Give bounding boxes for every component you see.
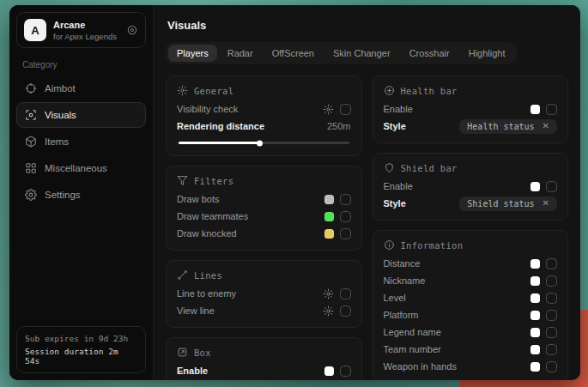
session-duration-text: Session duration 2m 54s — [25, 347, 137, 366]
color-swatch[interactable] — [530, 276, 540, 286]
checkbox[interactable] — [546, 327, 557, 338]
sidebar-item-label: Aimbot — [45, 83, 76, 94]
card-lines: Lines Line to enemy View line — [166, 260, 362, 328]
sub-expiry-text: Sub expires in 9d 23h — [25, 334, 137, 343]
color-swatch[interactable] — [530, 259, 540, 269]
setting-row-draw-teammates: Draw teammates — [177, 208, 351, 225]
card-box: Box Enable Enable background — [166, 337, 362, 380]
setting-row-platform: Platform — [384, 306, 558, 324]
color-swatch[interactable] — [530, 105, 540, 114]
app-subtitle: for Apex Legends — [53, 32, 119, 41]
color-swatch[interactable] — [530, 362, 540, 372]
setting-row-box-background: Enable background — [177, 379, 351, 380]
checkbox[interactable] — [546, 310, 557, 321]
card-information: Information Distance Nickname — [373, 230, 569, 380]
checkbox[interactable] — [340, 104, 351, 115]
gear-icon — [177, 85, 188, 96]
color-swatch[interactable] — [324, 366, 334, 376]
line-icon — [177, 269, 188, 281]
sidebar-item-label: Items — [45, 136, 69, 147]
setting-row-shield-style: Style Shield status ✕ — [384, 195, 558, 212]
setting-row-weapon-in-hands: Weapon in hands — [384, 358, 558, 375]
checkbox[interactable] — [340, 228, 351, 239]
color-swatch[interactable] — [530, 293, 540, 303]
tab-crosshair[interactable]: Crosshair — [401, 45, 458, 62]
tab-offscreen[interactable]: OffScreen — [264, 45, 323, 62]
checkbox[interactable] — [546, 344, 557, 355]
card-title: Lines — [194, 270, 222, 281]
target-icon[interactable] — [126, 24, 138, 36]
category-label: Category — [22, 60, 140, 70]
gear-icon[interactable] — [323, 305, 334, 317]
color-swatch[interactable] — [324, 195, 334, 204]
setting-row-legend-name: Legend name — [384, 324, 558, 341]
card-health-bar: Health bar Enable Style Health status — [373, 76, 569, 143]
checkbox[interactable] — [546, 181, 557, 192]
app-logo-letter: A — [31, 24, 39, 37]
setting-row-distance: Distance — [384, 255, 558, 272]
tab-highlight[interactable]: Highlight — [460, 45, 514, 62]
setting-row-nickname: Nickname — [384, 272, 558, 289]
slider-fill — [179, 142, 260, 144]
checkbox[interactable] — [340, 194, 351, 205]
sidebar-item-aimbot[interactable]: Aimbot — [16, 76, 146, 101]
checkbox[interactable] — [340, 211, 351, 222]
color-swatch[interactable] — [324, 229, 334, 239]
sidebar: A Arcane for Apex Legends Category Aimbo… — [9, 5, 154, 380]
card-box-header: Box — [177, 347, 351, 358]
app-meta: Arcane for Apex Legends — [53, 20, 119, 41]
funnel-icon — [177, 175, 188, 186]
slider-value: 250m — [327, 121, 351, 131]
shield-icon — [384, 162, 395, 173]
setting-row-rendering-distance: Rendering distance 250m — [177, 118, 351, 135]
checkbox[interactable] — [546, 258, 557, 269]
gear-icon[interactable] — [323, 288, 334, 299]
sidebar-nav: Aimbot Visuals Items Miscellaneous — [16, 75, 146, 209]
close-icon[interactable]: ✕ — [543, 199, 549, 208]
checkbox[interactable] — [546, 104, 557, 115]
card-shield-bar: Shield bar Enable Style Shield status — [373, 153, 569, 221]
checkbox[interactable] — [546, 275, 557, 287]
app-window: A Arcane for Apex Legends Category Aimbo… — [9, 5, 580, 380]
app-name: Arcane — [53, 20, 119, 30]
setting-row-shield-enable: Enable — [384, 178, 558, 195]
setting-row-view-line: View line — [177, 302, 351, 319]
card-title: General — [194, 86, 233, 96]
sidebar-item-miscellaneous[interactable]: Miscellaneous — [16, 155, 146, 181]
checkbox[interactable] — [546, 361, 557, 372]
health-style-select[interactable]: Health status ✕ — [459, 119, 557, 134]
checkbox[interactable] — [340, 305, 351, 317]
sidebar-item-visuals[interactable]: Visuals — [16, 102, 146, 128]
eye-scan-icon — [25, 109, 37, 121]
color-swatch[interactable] — [530, 345, 540, 354]
color-swatch[interactable] — [530, 182, 540, 191]
subscription-card: Sub expires in 9d 23h Session duration 2… — [16, 326, 146, 373]
checkbox[interactable] — [546, 293, 557, 304]
sidebar-item-settings[interactable]: Settings — [16, 182, 146, 208]
card-lines-header: Lines — [177, 269, 351, 281]
app-header-card[interactable]: A Arcane for Apex Legends — [16, 12, 146, 48]
shield-style-select[interactable]: Shield status ✕ — [459, 197, 557, 211]
setting-row-box-enable: Enable — [177, 362, 351, 379]
checkbox[interactable] — [340, 288, 351, 299]
card-general: General Visibility check Rendering dista… — [166, 76, 362, 156]
card-title: Filters — [194, 176, 233, 186]
card-general-header: General — [177, 85, 351, 96]
gear-icon[interactable] — [323, 104, 334, 115]
tab-radar[interactable]: Radar — [219, 45, 262, 62]
card-health-bar-header: Health bar — [384, 85, 558, 96]
tab-skin-changer[interactable]: Skin Changer — [324, 45, 399, 62]
color-swatch[interactable] — [324, 212, 334, 221]
tab-players[interactable]: Players — [168, 45, 217, 62]
sidebar-item-items[interactable]: Items — [16, 129, 146, 154]
sidebar-item-label: Visuals — [45, 110, 76, 120]
tab-bar: Players Radar OffScreen Skin Changer Cro… — [166, 42, 517, 64]
checkbox[interactable] — [340, 366, 351, 377]
color-swatch[interactable] — [530, 328, 540, 337]
info-icon — [384, 239, 395, 251]
color-swatch[interactable] — [530, 311, 540, 320]
card-filters: Filters Draw bots Draw teammates — [166, 166, 362, 251]
close-icon[interactable]: ✕ — [543, 122, 549, 130]
rendering-distance-slider[interactable] — [179, 142, 349, 144]
app-logo: A — [24, 19, 46, 41]
